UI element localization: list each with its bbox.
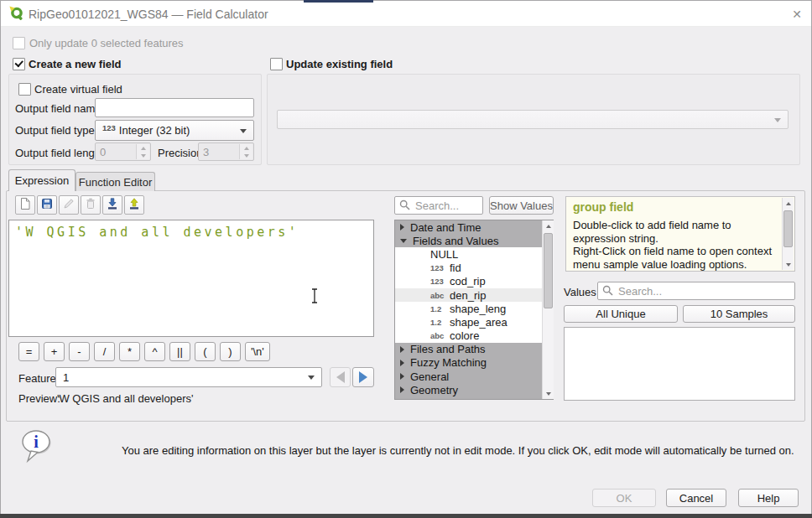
function-search [394,196,483,215]
create-new-field-label: Create a new field [29,58,122,70]
spinner-arrows-icon[interactable] [136,144,149,159]
expression-text: 'W QGIS and all developers' [15,225,299,240]
field-type-icon: 123 [430,263,450,272]
close-icon[interactable]: ✕ [788,5,806,23]
operator-button[interactable]: = [18,342,39,361]
help-line: Double-click to add field name to expres… [573,219,776,245]
operator-button[interactable]: ^ [144,342,165,361]
tree-label: shape_area [450,316,508,329]
pencil-icon [62,197,75,213]
output-field-name-input[interactable] [95,98,254,117]
operator-button[interactable]: ( [195,342,216,361]
tree-item-shape-area[interactable]: 1.2shape_area [395,315,553,329]
output-field-type-combobox[interactable]: 123 Integer (32 bit) [95,120,254,141]
tree-item-shape-leng[interactable]: 1.2shape_leng [395,302,553,315]
chevron-right-icon [400,373,404,380]
spinner-arrows-icon[interactable] [239,144,252,159]
help-button[interactable]: Help [738,489,799,507]
previous-feature-button[interactable] [330,367,351,387]
chevron-right-icon [400,346,404,353]
tab-function-editor[interactable]: Function Editor [75,172,155,191]
all-unique-button[interactable]: All Unique [564,305,678,323]
operator-button[interactable]: || [169,342,190,361]
tree-group-general[interactable]: General [395,370,553,383]
text-cursor-icon [310,287,320,307]
next-feature-button[interactable] [352,367,374,387]
update-existing-field-label: Update existing field [286,58,393,70]
tree-group-fuzzy-matching[interactable]: Fuzzy Matching [395,356,553,370]
save-expression-button[interactable] [37,195,57,215]
new-expression-button[interactable] [15,195,35,215]
only-update-checkbox[interactable] [13,37,25,49]
tree-label: Geometry [410,384,458,396]
output-field-length-spinner[interactable]: 0 [95,142,151,161]
scrollbar-thumb[interactable] [783,210,793,247]
operator-button[interactable]: '\n' [245,342,270,361]
field-calculator-dialog: RipGeo01012021_WGS84 — Field Calculator … [0,0,812,518]
tree-item-colore[interactable]: abccolore [395,329,553,343]
background-window-strip [304,0,373,3]
tree-item-null[interactable]: NULL [395,247,553,261]
tree-item-fid[interactable]: 123fid [395,262,553,275]
import-expression-button[interactable] [102,195,122,215]
tree-group-geometry[interactable]: Geometry [395,383,553,396]
values-label: Values [564,286,596,298]
save-icon [40,197,54,213]
create-new-field-checkbox[interactable] [13,58,25,70]
delete-expression-button[interactable] [81,195,101,215]
field-type-icon: abc [430,331,450,340]
tree-item-den-rip[interactable]: abcden_rip [395,288,553,302]
expression-editor[interactable]: 'W QGIS and all developers' [8,220,374,337]
function-tree: Date and TimeFields and ValuesNULL123fid… [394,220,554,400]
ten-samples-button[interactable]: 10 Samples [683,305,795,323]
scroll-down-icon[interactable] [783,259,794,270]
field-type-icon: 1.2 [430,304,450,313]
tree-group-files-and-paths[interactable]: Files and Paths [395,343,553,356]
tab-expression[interactable]: Expression [8,169,75,191]
edit-expression-button[interactable] [59,195,79,215]
scroll-up-icon[interactable] [783,198,794,209]
values-search-input[interactable] [597,282,795,300]
precision-value: 3 [203,146,209,158]
update-existing-field-checkbox[interactable] [270,58,283,70]
scroll-down-icon[interactable] [543,388,554,399]
operator-button[interactable]: / [94,342,115,361]
help-scrollbar[interactable] [782,198,794,270]
cancel-button[interactable]: Cancel [666,489,726,507]
scrollbar-thumb[interactable] [544,233,553,308]
tree-label: General [410,370,449,383]
export-expression-button[interactable] [124,195,144,215]
operator-button[interactable]: ) [220,342,241,361]
field-type-icon: 1.2 [430,318,450,327]
show-values-button[interactable]: Show Values [489,196,554,215]
only-update-label: Only update 0 selected features [29,37,184,49]
create-virtual-field-checkbox[interactable] [18,83,31,96]
existing-field-combobox[interactable] [277,110,789,129]
operator-button[interactable]: * [119,342,140,361]
titlebar[interactable]: RipGeo01012021_WGS84 — Field Calculator … [1,1,811,27]
tree-label: Files and Paths [410,343,486,355]
tree-label: Fields and Values [413,235,498,247]
tree-group-layout[interactable]: Layout [395,396,553,400]
ok-button[interactable]: OK [592,489,656,507]
chevron-down-icon [400,239,407,243]
chevron-down-icon [308,376,315,380]
output-field-type-label: Output field type [15,124,95,137]
tree-label: cod_rip [450,275,486,287]
values-list[interactable] [564,327,795,401]
operator-button[interactable]: + [44,342,65,361]
operator-button[interactable]: - [69,342,90,361]
tree-group-date-and-time[interactable]: Date and Time [395,220,553,234]
precision-spinner[interactable]: 3 [198,142,254,161]
tree-group-fields-and-values[interactable]: Fields and Values [395,234,553,247]
precision-label: Precision [158,147,202,159]
tree-label: den_rip [450,289,486,302]
tree-item-cod-rip[interactable]: 123cod_rip [395,275,553,288]
feature-combobox[interactable]: 1 [55,367,322,387]
field-type-icon: 123 [430,277,450,286]
tree-label: Fuzzy Matching [410,356,487,369]
tree-scrollbar[interactable] [542,220,554,399]
chevron-down-icon [240,129,247,133]
tree-label: Layout [410,397,443,400]
scroll-up-icon[interactable] [543,220,554,231]
